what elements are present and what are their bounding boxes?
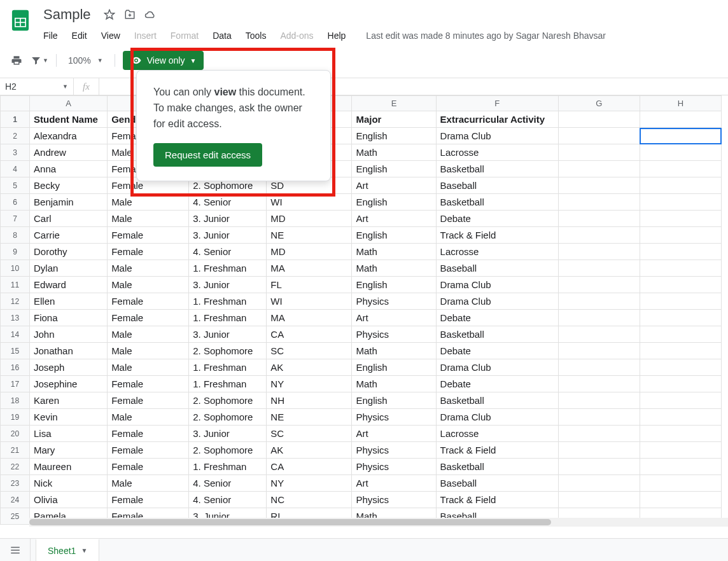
- col-header-G[interactable]: G: [558, 96, 640, 111]
- grid[interactable]: ABCDEFGH1Student NameGenderClass LevelHo…: [0, 95, 728, 527]
- cell[interactable]: English: [352, 359, 436, 376]
- cell[interactable]: Female: [108, 293, 189, 310]
- cell[interactable]: [558, 326, 640, 343]
- cell[interactable]: Baseball: [436, 260, 558, 277]
- row-header[interactable]: 3: [1, 144, 30, 161]
- col-header-E[interactable]: E: [352, 96, 436, 111]
- cell[interactable]: Drama Club: [436, 128, 558, 144]
- cell[interactable]: Lacrosse: [436, 144, 558, 161]
- cell[interactable]: 2. Sophomore: [189, 409, 267, 426]
- cell[interactable]: Male: [108, 475, 189, 492]
- row-header[interactable]: 4: [1, 161, 30, 177]
- cell[interactable]: Art: [352, 310, 436, 326]
- row-header[interactable]: 13: [1, 310, 30, 326]
- view-only-button[interactable]: View only ▼: [123, 51, 204, 70]
- cell[interactable]: 3. Junior: [189, 326, 267, 343]
- cell[interactable]: Track & Field: [436, 442, 558, 459]
- cell[interactable]: [558, 442, 640, 459]
- cell[interactable]: Male: [108, 194, 189, 211]
- move-icon[interactable]: [123, 8, 137, 22]
- menu-help[interactable]: Help: [321, 27, 353, 45]
- cell[interactable]: [558, 260, 640, 277]
- cell[interactable]: [558, 376, 640, 392]
- cell[interactable]: Nick: [30, 475, 108, 492]
- cell[interactable]: [640, 310, 721, 326]
- col-header-F[interactable]: F: [436, 96, 558, 111]
- zoom-select[interactable]: 100%▼: [64, 55, 107, 66]
- cell[interactable]: Lisa: [30, 426, 108, 442]
- cell[interactable]: [640, 244, 721, 260]
- row-header[interactable]: 22: [1, 459, 30, 475]
- row-header[interactable]: 20: [1, 426, 30, 442]
- cell[interactable]: Male: [108, 211, 189, 227]
- select-all-cell[interactable]: [1, 96, 30, 111]
- cell[interactable]: 2. Sophomore: [189, 343, 267, 359]
- row-header[interactable]: 9: [1, 244, 30, 260]
- cell[interactable]: [640, 459, 721, 475]
- request-edit-access-button[interactable]: Request edit access: [153, 143, 262, 167]
- cell[interactable]: [558, 343, 640, 359]
- cell[interactable]: Physics: [352, 409, 436, 426]
- cloud-icon[interactable]: [143, 8, 157, 22]
- cell[interactable]: Karen: [30, 392, 108, 409]
- cell[interactable]: [640, 128, 721, 144]
- cell[interactable]: [640, 492, 721, 508]
- cell[interactable]: Ellen: [30, 293, 108, 310]
- cell[interactable]: 3. Junior: [189, 227, 267, 244]
- all-sheets-button[interactable]: [0, 539, 31, 561]
- cell[interactable]: Student Name: [30, 111, 108, 128]
- row-header[interactable]: 6: [1, 194, 30, 211]
- cell[interactable]: FL: [267, 277, 352, 293]
- cell[interactable]: Dylan: [30, 260, 108, 277]
- cell[interactable]: [640, 177, 721, 194]
- cell[interactable]: Baseball: [436, 475, 558, 492]
- cell[interactable]: 4. Senior: [189, 475, 267, 492]
- cell[interactable]: English: [352, 227, 436, 244]
- menu-data[interactable]: Data: [206, 27, 238, 45]
- cell[interactable]: Lacrosse: [436, 426, 558, 442]
- cell[interactable]: Track & Field: [436, 227, 558, 244]
- cell[interactable]: [640, 211, 721, 227]
- cell[interactable]: SC: [267, 343, 352, 359]
- cell[interactable]: [558, 392, 640, 409]
- cell[interactable]: Benjamin: [30, 194, 108, 211]
- menu-view[interactable]: View: [95, 27, 127, 45]
- row-header[interactable]: 17: [1, 376, 30, 392]
- cell[interactable]: [558, 111, 640, 128]
- cell[interactable]: NC: [267, 492, 352, 508]
- cell[interactable]: Male: [108, 343, 189, 359]
- cell[interactable]: AK: [267, 359, 352, 376]
- cell[interactable]: [558, 128, 640, 144]
- cell[interactable]: Debate: [436, 310, 558, 326]
- cell[interactable]: [558, 177, 640, 194]
- cell[interactable]: Alexandra: [30, 128, 108, 144]
- cell[interactable]: Female: [108, 426, 189, 442]
- cell[interactable]: [558, 161, 640, 177]
- last-edit-text[interactable]: Last edit was made 8 minutes ago by Saga…: [360, 27, 612, 45]
- cell[interactable]: [558, 211, 640, 227]
- cell[interactable]: [640, 227, 721, 244]
- cell[interactable]: Physics: [352, 293, 436, 310]
- row-header[interactable]: 12: [1, 293, 30, 310]
- cell[interactable]: 3. Junior: [189, 211, 267, 227]
- row-header[interactable]: 25: [1, 508, 30, 525]
- cell[interactable]: Basketball: [436, 194, 558, 211]
- cell[interactable]: Art: [352, 177, 436, 194]
- cell[interactable]: Female: [108, 376, 189, 392]
- cell[interactable]: English: [352, 194, 436, 211]
- cell[interactable]: 4. Senior: [189, 194, 267, 211]
- cell[interactable]: [640, 392, 721, 409]
- cell[interactable]: 1. Freshman: [189, 376, 267, 392]
- cell[interactable]: [640, 161, 721, 177]
- cell[interactable]: Basketball: [436, 161, 558, 177]
- cell[interactable]: Dorothy: [30, 244, 108, 260]
- cell[interactable]: MA: [267, 310, 352, 326]
- cell[interactable]: Fiona: [30, 310, 108, 326]
- cell[interactable]: Drama Club: [436, 359, 558, 376]
- cell[interactable]: Math: [352, 343, 436, 359]
- cell[interactable]: Male: [108, 359, 189, 376]
- name-box[interactable]: H2▼: [0, 78, 74, 95]
- row-header[interactable]: 23: [1, 475, 30, 492]
- cell[interactable]: 4. Senior: [189, 244, 267, 260]
- row-header[interactable]: 10: [1, 260, 30, 277]
